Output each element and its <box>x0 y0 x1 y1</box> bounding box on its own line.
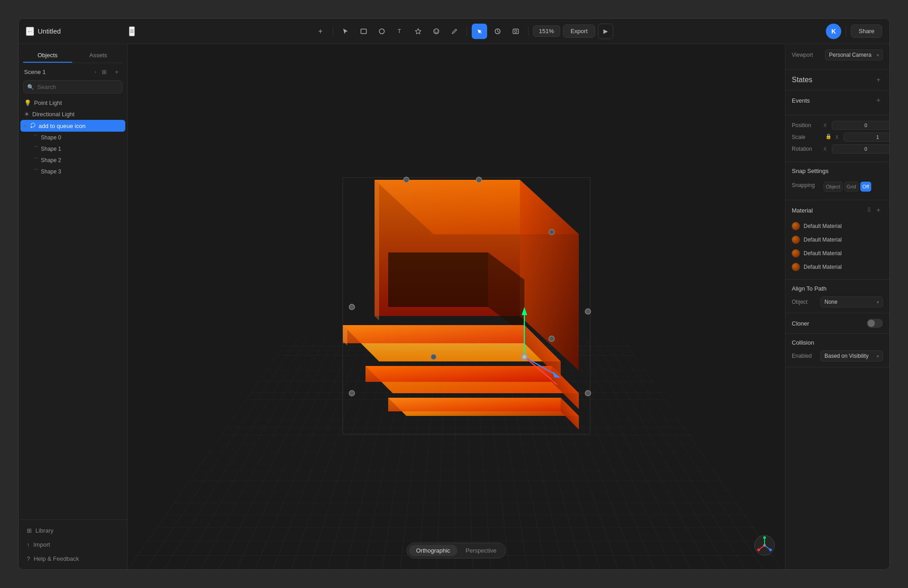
snap-grid-btn[interactable]: Grid <box>844 182 859 192</box>
material-dot-0 <box>792 222 800 230</box>
shape-1-icon: ⌒ <box>33 145 38 152</box>
svg-point-3 <box>434 29 439 34</box>
back-button[interactable]: ← <box>26 27 34 36</box>
material-item-1[interactable]: Default Material <box>792 233 883 247</box>
snapping-label: Snapping <box>792 182 824 188</box>
axis-gizmo <box>753 534 776 557</box>
svg-point-33 <box>404 177 409 183</box>
position-x-input[interactable] <box>832 121 889 130</box>
share-button[interactable]: Share <box>851 25 882 38</box>
material-section: Material ⠿ + Default Material Default Ma… <box>785 200 889 280</box>
states-add-btn[interactable]: + <box>874 75 883 84</box>
toolbar-separator-3 <box>528 27 528 36</box>
left-panel-bottom: ⊞ Library ↑ Import ? Help & Feedback <box>19 519 127 569</box>
snap-off-btn[interactable]: Off <box>860 182 871 192</box>
menu-button[interactable]: ≡ <box>129 26 135 36</box>
svg-marker-22 <box>388 398 561 411</box>
text-tool[interactable]: T <box>392 24 408 39</box>
svg-point-1 <box>379 29 384 34</box>
scale-lock-icon[interactable]: 🔒 <box>824 133 834 142</box>
tree-item-point-light[interactable]: 💡 Point Light <box>20 97 125 109</box>
objects-tab[interactable]: Objects <box>23 49 72 63</box>
cloner-toggle[interactable] <box>867 319 883 328</box>
select-move-tool[interactable] <box>472 24 487 39</box>
material-add-btn[interactable]: + <box>874 206 883 215</box>
tree-list: 💡 Point Light ☀ Directional Light ▾ add … <box>19 97 127 519</box>
svg-point-50 <box>757 548 760 551</box>
tree-item-add-to-queue[interactable]: ▾ add to queue icon <box>20 120 125 132</box>
rotation-label: Rotation <box>792 146 824 152</box>
svg-marker-12 <box>388 252 488 307</box>
events-header: Events + <box>792 96 883 105</box>
collision-value: Based on Visibility <box>824 353 869 359</box>
position-row: Position X Y Z <box>792 121 883 130</box>
material-item-2[interactable]: Default Material <box>792 247 883 260</box>
assets-tab[interactable]: Assets <box>74 49 123 63</box>
tree-item-directional-light[interactable]: ☀ Directional Light <box>20 109 125 120</box>
pen-tool[interactable] <box>447 24 462 39</box>
shape-0-icon: ⌒ <box>33 134 38 141</box>
material-name-0: Default Material <box>804 223 842 229</box>
material-title: Material <box>792 207 813 214</box>
svg-marker-23 <box>375 180 379 321</box>
rotation-x-input[interactable] <box>832 144 889 153</box>
viewport-label: Viewport <box>792 52 821 58</box>
svg-point-40 <box>549 336 554 341</box>
scene-actions: ⊞ + <box>99 67 122 77</box>
material-item-3[interactable]: Default Material <box>792 260 883 274</box>
top-bar-right: K Share <box>791 24 882 39</box>
expand-icon: ▾ <box>24 124 26 128</box>
svg-point-37 <box>431 354 436 360</box>
tree-item-shape-1[interactable]: ⌒ Shape 1 <box>30 143 125 154</box>
states-title: States <box>792 76 812 84</box>
collision-select[interactable]: Based on Visibility ▾ <box>820 351 883 361</box>
perspective-view-btn[interactable]: Perspective <box>459 545 504 556</box>
play-button[interactable]: ▶ <box>598 24 613 39</box>
svg-point-41 <box>349 390 355 396</box>
orthographic-view-btn[interactable]: Orthographic <box>409 545 457 556</box>
import-link[interactable]: ↑ Import <box>23 539 123 551</box>
point-light-icon: 💡 <box>24 99 31 106</box>
help-icon: ? <box>27 555 30 562</box>
add-tool[interactable]: + <box>313 24 328 39</box>
align-object-select[interactable]: None ▾ <box>820 296 883 307</box>
svg-point-35 <box>476 177 482 183</box>
canvas-area[interactable]: Orthographic Perspective <box>128 44 785 569</box>
library-label: Library <box>35 527 54 534</box>
events-add-btn[interactable]: + <box>874 96 883 105</box>
import-label: Import <box>34 541 50 548</box>
events-section: Events + <box>785 90 889 115</box>
export-button[interactable]: Export <box>563 25 596 38</box>
library-link[interactable]: ⊞ Library <box>23 524 123 537</box>
avatar-button[interactable]: K <box>826 24 841 39</box>
search-input[interactable] <box>23 80 123 94</box>
cursor-tool[interactable] <box>338 24 353 39</box>
shape-tool[interactable] <box>410 24 426 39</box>
tree-item-shape-2[interactable]: ⌒ Shape 2 <box>30 154 125 166</box>
tree-item-shape-3[interactable]: ⌒ Shape 3 <box>30 166 125 177</box>
collision-chevron: ▾ <box>877 354 879 359</box>
snap-object-btn[interactable]: Object <box>824 182 843 192</box>
snap-title: Snap Settings <box>792 168 829 174</box>
svg-point-4 <box>434 30 435 31</box>
shape-2-label: Shape 2 <box>41 157 122 163</box>
scene-grid-btn[interactable]: ⊞ <box>99 67 109 77</box>
rect-tool[interactable] <box>356 24 371 39</box>
material-dot-2 <box>792 249 800 257</box>
material-header: Material ⠿ + <box>792 206 883 215</box>
frame-view-tool[interactable] <box>490 24 505 39</box>
circle-tool[interactable] <box>374 24 390 39</box>
tree-item-shape-0[interactable]: ⌒ Shape 0 <box>30 132 125 143</box>
scene-add-btn[interactable]: + <box>112 67 122 77</box>
capture-tool[interactable] <box>508 24 523 39</box>
states-section: States + <box>785 70 889 90</box>
svg-rect-7 <box>513 29 518 34</box>
svg-point-49 <box>769 548 772 551</box>
scale-x-input[interactable] <box>844 133 889 142</box>
directional-light-icon: ☀ <box>24 111 30 118</box>
viewport-select[interactable]: Personal Camera ▾ <box>825 49 883 60</box>
align-object-label: Object <box>792 299 817 305</box>
help-link[interactable]: ? Help & Feedback <box>23 553 123 565</box>
emoji-tool[interactable] <box>429 24 444 39</box>
material-item-0[interactable]: Default Material <box>792 219 883 233</box>
